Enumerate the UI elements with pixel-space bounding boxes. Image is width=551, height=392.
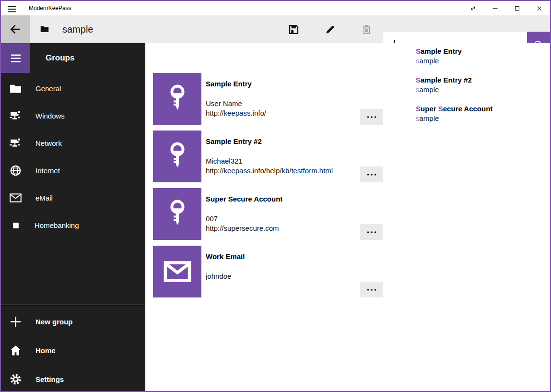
entry-detail-line: User Name bbox=[206, 99, 266, 108]
sidebar-item-settings[interactable]: Settings bbox=[1, 365, 145, 392]
key-icon bbox=[167, 199, 188, 229]
suggestion-subtitle: sample bbox=[416, 85, 550, 95]
sidebar-item-label: Internet bbox=[35, 166, 60, 175]
sidebar-item-general[interactable]: General bbox=[1, 75, 145, 102]
sidebar-item-windows[interactable]: Windows bbox=[1, 102, 145, 130]
fullscreen-icon bbox=[469, 4, 477, 12]
back-button[interactable] bbox=[1, 15, 30, 43]
edit-icon bbox=[325, 24, 336, 35]
more-options-button[interactable] bbox=[360, 109, 383, 125]
close-icon bbox=[535, 4, 543, 12]
highlight-run: S bbox=[438, 105, 443, 113]
entry-tile bbox=[153, 73, 201, 125]
app-window: ModernKeePass sample s Groups GeneralWin… bbox=[0, 0, 551, 392]
sidebar-item-new-group[interactable]: New group bbox=[1, 307, 145, 336]
database-title: sample bbox=[62, 16, 93, 43]
gear-icon bbox=[10, 373, 22, 385]
entry-item[interactable]: Sample Entry #2Michael321http://keepass.… bbox=[153, 131, 384, 182]
trash-icon bbox=[361, 24, 372, 35]
folder-icon bbox=[10, 83, 22, 95]
menu-toggle-button[interactable] bbox=[1, 43, 30, 73]
titlebar: ModernKeePass bbox=[1, 1, 550, 15]
text-run: ample bbox=[420, 85, 439, 94]
window-controls bbox=[462, 1, 550, 15]
maximize-icon bbox=[513, 4, 521, 12]
sidebar-item-label: Home bbox=[35, 346, 56, 355]
hamburger-icon bbox=[9, 52, 23, 64]
sidebar-actions: New groupHomeSettings bbox=[1, 307, 145, 392]
highlight-run: s bbox=[416, 57, 420, 65]
more-dots-icon bbox=[366, 288, 377, 292]
text-run: ecure Account bbox=[443, 105, 493, 113]
highlight-run: S bbox=[416, 76, 421, 84]
text-run: ample Entry #2 bbox=[421, 76, 472, 84]
maximize-button[interactable] bbox=[506, 1, 528, 15]
save-icon bbox=[288, 24, 299, 35]
more-dots-icon bbox=[366, 173, 377, 177]
sidebar-item-homebanking[interactable]: Homebanking bbox=[1, 212, 145, 239]
sidebar: Groups GeneralWindowsNetworkInterneteMai… bbox=[1, 43, 145, 391]
sidebar-item-home[interactable]: Home bbox=[1, 336, 145, 365]
entry-details: johndoe bbox=[206, 272, 231, 281]
search-suggestion[interactable]: Super Secure Accountsample bbox=[383, 101, 550, 130]
mail-solid-icon bbox=[164, 261, 191, 282]
sidebar-item-label: Windows bbox=[35, 112, 65, 120]
sidebar-item-label: Homebanking bbox=[35, 221, 79, 229]
fullscreen-button[interactable] bbox=[462, 1, 484, 15]
entry-item[interactable]: Sample EntryUser Namehttp://keepass.info… bbox=[153, 73, 384, 125]
key-icon bbox=[167, 142, 188, 171]
hamburger-icon bbox=[7, 4, 17, 14]
sidebar-item-label: New group bbox=[35, 318, 73, 326]
globe-icon bbox=[10, 165, 22, 177]
highlight-run: s bbox=[416, 85, 420, 94]
sidebar-item-label: Settings bbox=[35, 375, 64, 383]
search-suggestion[interactable]: Sample Entrysample bbox=[383, 43, 550, 72]
entry-item[interactable]: Super Secure Account007http://supersecur… bbox=[153, 188, 384, 240]
computer-icon bbox=[10, 110, 22, 122]
sidebar-item-internet[interactable]: Internet bbox=[1, 157, 145, 184]
more-options-button[interactable] bbox=[360, 166, 383, 182]
suggestion-title: Sample Entry #2 bbox=[416, 75, 550, 85]
suggestion-subtitle: sample bbox=[416, 114, 550, 123]
sidebar-item-network[interactable]: Network bbox=[1, 130, 145, 157]
edit-button[interactable] bbox=[318, 15, 341, 43]
folder-icon bbox=[40, 25, 49, 32]
sidebar-item-email[interactable]: eMail bbox=[1, 184, 145, 212]
group-list: GeneralWindowsNetworkInterneteMailHomeba… bbox=[1, 75, 145, 239]
entry-tile bbox=[153, 188, 201, 240]
home-icon bbox=[10, 344, 22, 356]
close-button[interactable] bbox=[528, 1, 550, 15]
search-suggestion[interactable]: Sample Entry #2sample bbox=[383, 72, 550, 101]
entry-detail-line: johndoe bbox=[206, 272, 231, 281]
delete-button bbox=[355, 15, 378, 43]
titlebar-menu-button[interactable] bbox=[7, 4, 17, 12]
more-options-button[interactable] bbox=[360, 282, 383, 297]
entry-details: Michael321http://keepass.info/help/kb/te… bbox=[206, 156, 333, 176]
minimize-button[interactable] bbox=[484, 1, 506, 15]
sidebar-item-label: General bbox=[35, 84, 61, 93]
key-icon bbox=[167, 84, 188, 114]
entry-title: Work Email bbox=[206, 252, 245, 261]
entry-title: Super Secure Account bbox=[206, 195, 282, 203]
entry-detail-line: Michael321 bbox=[206, 156, 333, 166]
more-options-button[interactable] bbox=[360, 224, 383, 240]
minimize-icon bbox=[491, 4, 499, 12]
text-run: ample Entry bbox=[421, 47, 462, 55]
suggestion-subtitle: sample bbox=[416, 56, 550, 66]
entry-details: User Namehttp://keepass.info/ bbox=[206, 99, 266, 118]
entry-item[interactable]: Work Emailjohndoe bbox=[153, 246, 384, 297]
highlight-run: S bbox=[416, 105, 421, 113]
entry-tile bbox=[153, 246, 201, 297]
entry-title: Sample Entry bbox=[206, 80, 252, 88]
window-title: ModernKeePass bbox=[29, 1, 71, 15]
highlight-run: S bbox=[416, 47, 421, 55]
mail-outline-icon bbox=[10, 192, 22, 204]
entry-details: 007http://supersecure.com bbox=[206, 214, 279, 233]
sidebar-divider bbox=[1, 305, 145, 305]
suggestion-title: Super Secure Account bbox=[416, 104, 550, 114]
entry-detail-line: http://keepass.info/ bbox=[206, 108, 266, 118]
database-icon bbox=[40, 25, 49, 33]
save-button[interactable] bbox=[282, 15, 305, 43]
sidebar-item-label: Network bbox=[35, 139, 62, 147]
computer-icon bbox=[10, 137, 22, 149]
